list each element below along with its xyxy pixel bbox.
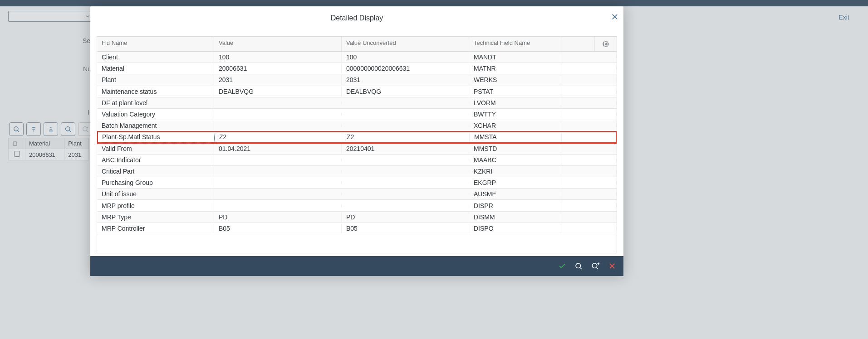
cell-value: PD [214, 212, 342, 222]
cell-tech-name: XCHAR [469, 121, 561, 131]
cell-value-unconverted [342, 170, 469, 173]
table-row[interactable]: MRP ControllerB05B05DISPO [97, 223, 617, 234]
table-row[interactable]: MRP profileDISPR [97, 200, 617, 211]
svg-line-21 [597, 267, 598, 269]
find-button[interactable] [574, 262, 583, 270]
cell-tech-name: MATNR [469, 63, 561, 73]
svg-point-18 [576, 263, 581, 268]
cell-value: Z2 [215, 132, 342, 142]
table-row[interactable]: Plant20312031WERKS [97, 74, 617, 86]
cell-fld-name: Plant [97, 75, 214, 85]
table-row[interactable]: Maintenance statusDEALBVQGDEALBVQGPSTAT [97, 86, 617, 97]
dialog-header: Detailed Display [90, 6, 623, 30]
table-row[interactable]: Unit of issueAUSME [97, 189, 617, 200]
cell-tech-name: MAABC [469, 155, 561, 165]
cell-value-unconverted: 100 [342, 52, 469, 62]
col-value[interactable]: Value [214, 37, 342, 51]
cell-fld-name: Valuation Category [97, 109, 214, 119]
cell-tech-name: EKGRP [469, 178, 561, 188]
cell-value [214, 113, 342, 116]
cell-fld-name: MRP Controller [97, 223, 214, 233]
cell-value [214, 170, 342, 173]
cell-value: B05 [214, 223, 342, 233]
table-row[interactable]: Purchasing GroupEKGRP [97, 177, 617, 189]
table-header-row: Fld Name Value Value Unconverted Technic… [97, 37, 617, 52]
table-row[interactable]: Critical PartKZKRI [97, 166, 617, 177]
cell-value-unconverted: Z2 [342, 132, 470, 142]
dialog-footer [90, 256, 623, 276]
cell-value-unconverted [342, 113, 469, 116]
cell-value-unconverted [342, 193, 469, 195]
cell-value-unconverted [342, 181, 469, 184]
table-row[interactable]: Valuation CategoryBWTTY [97, 109, 617, 120]
cell-tech-name: MMSTD [469, 144, 561, 154]
detailed-display-dialog: Detailed Display Fld Name Value Value Un… [90, 6, 623, 276]
col-fld-name[interactable]: Fld Name [97, 37, 214, 51]
table-row[interactable]: Material20006631000000000020006631MATNR [97, 63, 617, 74]
cell-value [214, 124, 342, 127]
cell-fld-name: Unit of issue [97, 189, 214, 199]
cell-value-unconverted: 2031 [342, 75, 469, 85]
table-row[interactable]: Client100100MANDT [97, 52, 617, 63]
find-next-button[interactable] [591, 262, 600, 270]
cell-value [214, 102, 342, 104]
cell-value-unconverted [342, 159, 469, 161]
cell-value-unconverted: B05 [342, 223, 469, 233]
cell-tech-name: DISMM [469, 212, 561, 222]
close-icon[interactable] [611, 13, 619, 21]
table-row[interactable]: Valid From01.04.202120210401MMSTD [97, 143, 617, 155]
svg-line-19 [580, 267, 581, 269]
cell-tech-name: MANDT [469, 52, 561, 62]
cell-tech-name: LVORM [469, 98, 561, 108]
cell-fld-name: Maintenance status [97, 87, 214, 97]
table-row[interactable]: ABC IndicatorMAABC [97, 155, 617, 166]
cell-value: 20006631 [214, 63, 342, 73]
cell-value-unconverted: DEALBVQG [342, 87, 469, 97]
col-value-raw[interactable]: Value Unconverted [342, 37, 469, 51]
cell-tech-name: WERKS [469, 75, 561, 85]
col-tech-name[interactable]: Technical Field Name [469, 37, 561, 51]
cell-value-unconverted: PD [342, 212, 469, 222]
cell-fld-name: Client [97, 52, 214, 62]
cell-value-unconverted [342, 124, 469, 127]
cell-value: 2031 [214, 75, 342, 85]
cell-fld-name: MRP profile [97, 201, 214, 211]
table-row[interactable]: Batch ManagementXCHAR [97, 120, 617, 131]
svg-point-17 [605, 43, 607, 45]
cell-value: DEALBVQG [214, 87, 342, 97]
cell-fld-name: Plant-Sp.Matl Status [97, 131, 215, 142]
cell-fld-name: ABC Indicator [97, 155, 214, 165]
cell-fld-name: Critical Part [97, 166, 214, 176]
cell-tech-name: DISPR [469, 201, 561, 211]
cell-tech-name: PSTAT [469, 87, 561, 97]
cell-value-unconverted: 20210401 [342, 144, 469, 154]
dialog-title: Detailed Display [331, 14, 383, 22]
cell-tech-name: BWTTY [469, 109, 561, 119]
cell-fld-name: Batch Management [97, 121, 214, 131]
table-settings-button[interactable] [595, 37, 617, 51]
accept-button[interactable] [558, 262, 566, 270]
cell-fld-name: MRP Type [97, 212, 214, 222]
cell-tech-name: MMSTA [470, 132, 562, 142]
cell-fld-name: Purchasing Group [97, 178, 214, 188]
field-table: Fld Name Value Value Unconverted Technic… [97, 36, 617, 253]
table-row[interactable]: MRP TypePDPDDISMM [97, 212, 617, 223]
cell-value: 01.04.2021 [214, 144, 342, 154]
svg-point-20 [592, 263, 597, 268]
cell-value-unconverted [342, 102, 469, 104]
cell-value [214, 193, 342, 195]
table-row[interactable]: DF at plant levelLVORM [97, 97, 617, 109]
cell-value-unconverted [342, 204, 469, 207]
cell-value [214, 181, 342, 184]
cancel-button[interactable] [608, 262, 616, 270]
cell-value: 100 [214, 52, 342, 62]
cell-value [214, 204, 342, 207]
cell-value [214, 159, 342, 161]
cell-fld-name: Material [97, 63, 214, 73]
cell-tech-name: KZKRI [469, 166, 561, 176]
cell-tech-name: DISPO [469, 223, 561, 233]
table-row[interactable]: Plant-Sp.Matl StatusZ2Z2MMSTA [97, 131, 617, 143]
cell-fld-name: DF at plant level [97, 98, 214, 108]
cell-value-unconverted: 000000000020006631 [342, 63, 469, 73]
cell-fld-name: Valid From [97, 144, 214, 154]
